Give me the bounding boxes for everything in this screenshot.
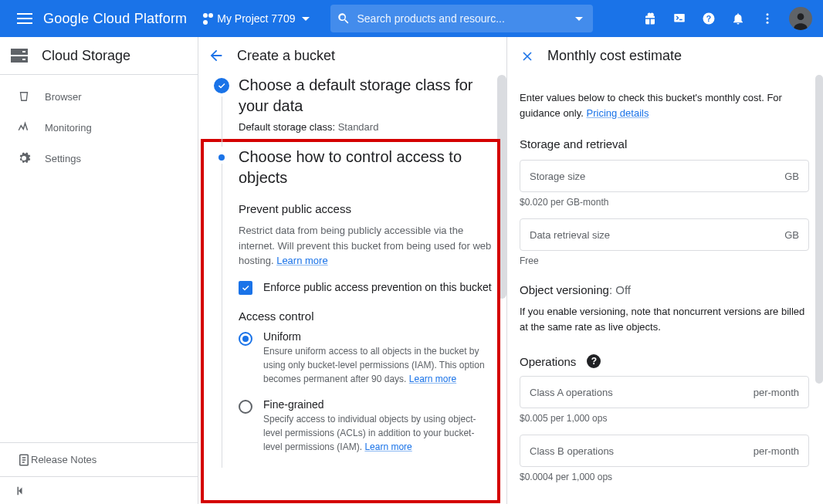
sidebar-item-label: Monitoring [45,122,92,134]
cloud-storage-icon [11,49,28,63]
project-icon [202,12,212,25]
sidebar-item-settings[interactable]: Settings [0,143,198,174]
chevron-down-icon [571,11,587,26]
hamburger-menu-icon[interactable] [6,13,43,24]
more-icon[interactable] [760,11,775,26]
monitoring-icon [17,120,45,134]
sidebar-item-label: Settings [45,153,81,164]
svg-rect-9 [22,51,25,52]
retrieval-hint: Free [520,255,809,266]
class-b-hint: $0.0004 per 1,000 ops [520,472,809,482]
sidebar-item-monitoring[interactable]: Monitoring [0,112,198,143]
radio-uniform[interactable]: Uniform Ensure uniform access to all obj… [239,330,493,386]
svg-point-6 [798,13,804,20]
step-title: Choose how to control access to objects [239,147,493,188]
close-icon[interactable] [520,49,535,64]
prevent-public-access-desc: Restrict data from being publicly access… [239,223,493,269]
pricing-details-link[interactable]: Pricing details [587,107,649,119]
current-step-dot-icon [218,154,225,161]
versioning-label: Object versioning: Off [520,283,809,296]
help-icon[interactable]: ? [701,11,716,26]
panel-title: Monthly cost estimate [547,48,682,64]
main-panel: Create a bucket Choose a default storage… [198,37,507,504]
cloud-shell-icon[interactable] [672,11,687,26]
class-a-hint: $0.005 per 1,000 ops [520,413,809,424]
prevent-public-access-heading: Prevent public access [239,202,493,215]
sidebar-item-browser[interactable]: Browser [0,81,198,112]
avatar[interactable] [789,7,812,30]
check-circle-icon [214,78,229,93]
step-storage-class[interactable]: Choose a default storage class for your … [212,75,493,147]
versioning-desc: If you enable versioning, note that nonc… [520,304,809,334]
intro-text: Enter values below to check this bucket'… [520,90,809,120]
class-a-input[interactable]: Class A operations per-month [520,376,809,408]
radio-unselected-icon [239,400,252,414]
collapse-sidebar-button[interactable] [0,476,198,504]
svg-rect-10 [22,59,25,60]
sidebar-item-release-notes[interactable]: Release Notes [0,442,198,476]
step-title: Choose a default storage class for your … [239,75,493,117]
back-arrow-icon[interactable] [208,47,225,64]
chevron-down-icon [298,11,313,26]
sidebar-item-label: Browser [45,91,82,103]
search-placeholder: Search products and resourc... [357,12,571,25]
help-icon[interactable]: ? [587,354,601,368]
access-control-heading: Access control [239,310,493,323]
bucket-icon [17,90,45,103]
project-name: My Project 7709 [217,12,295,25]
learn-more-link[interactable]: Learn more [409,374,456,384]
checkbox-checked-icon [239,281,252,295]
storage-heading: Storage and retrieval [520,137,809,151]
gift-icon[interactable] [642,11,658,26]
brand-label: Google Cloud Platform [43,11,187,27]
svg-rect-0 [674,14,685,22]
chevron-left-icon [14,484,28,498]
svg-point-3 [767,13,769,15]
class-b-input[interactable]: Class B operations per-month [520,435,809,467]
storage-size-input[interactable]: Storage size GB [520,160,809,192]
svg-text:?: ? [706,14,711,23]
operations-heading: Operations [520,355,576,368]
product-header: Cloud Storage [0,37,198,75]
learn-more-link[interactable]: Learn more [276,255,327,266]
data-retrieval-input[interactable]: Data retrieval size GB [520,218,809,251]
storage-hint: $0.020 per GB-month [520,197,809,208]
top-bar: Google Cloud Platform My Project 7709 Se… [0,0,823,37]
radio-selected-icon [239,332,252,346]
cost-estimate-panel: Monthly cost estimate Enter values below… [507,37,823,504]
sidebar-item-label: Release Notes [31,454,97,465]
scrollbar[interactable] [497,75,506,299]
search-bar[interactable]: Search products and resourc... [330,5,593,32]
enforce-prevention-checkbox[interactable]: Enforce public access prevention on this… [239,279,493,296]
svg-rect-12 [18,486,19,495]
svg-point-5 [767,22,769,24]
notes-icon [17,453,31,467]
left-sidebar: Cloud Storage Browser Monitoring Setting… [0,37,198,504]
page-title: Create a bucket [237,48,335,64]
search-icon [337,12,351,25]
notifications-icon[interactable] [730,11,746,26]
gear-icon [17,151,45,165]
step-access-control: Choose how to control access to objects … [212,147,493,468]
project-selector[interactable]: My Project 7709 [202,11,313,26]
learn-more-link[interactable]: Learn more [364,441,412,452]
svg-point-4 [767,18,769,20]
product-name: Cloud Storage [42,48,130,64]
scrollbar[interactable] [815,75,823,384]
radio-fine-grained[interactable]: Fine-grained Specify access to individua… [239,398,493,454]
